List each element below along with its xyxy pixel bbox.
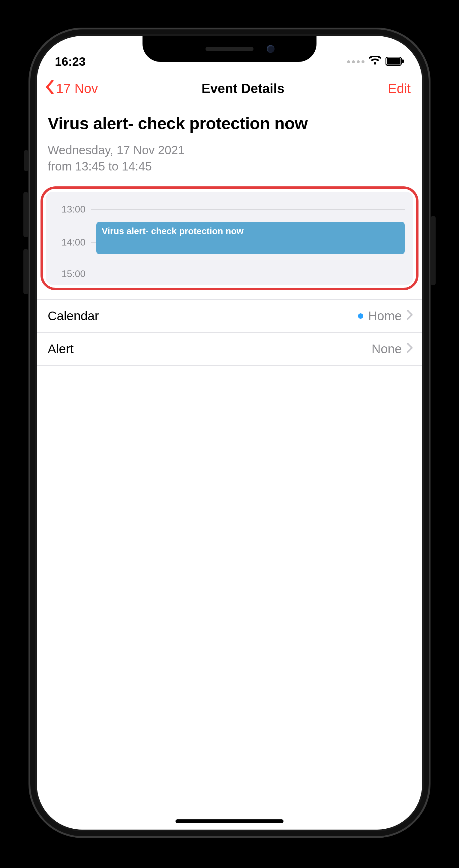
phone-frame: 16:23 17: [29, 28, 430, 838]
home-indicator[interactable]: [175, 819, 284, 823]
mute-switch[interactable]: [24, 150, 28, 171]
alert-row-label: Alert: [48, 342, 73, 356]
timeline-card: 13:00 14:00 15:00 Virus alert- chec: [46, 192, 413, 285]
battery-icon: [386, 55, 404, 68]
details-list: Calendar Home Alert None: [37, 299, 422, 366]
calendar-row[interactable]: Calendar Home: [37, 299, 422, 333]
speaker-grille: [205, 47, 254, 51]
calendar-row-value: Home: [368, 309, 402, 323]
calendar-row-label: Calendar: [48, 309, 99, 323]
hour-line: [91, 209, 405, 210]
time-label-1300: 13:00: [46, 204, 91, 215]
page-title: Event Details: [202, 81, 285, 96]
alert-row[interactable]: Alert None: [37, 333, 422, 366]
chevron-right-icon: [406, 342, 413, 356]
time-label-1500: 15:00: [46, 268, 91, 279]
volume-up-button[interactable]: [23, 192, 28, 237]
svg-rect-2: [402, 59, 404, 63]
hour-line: [91, 274, 405, 274]
wifi-icon: [369, 55, 381, 68]
event-date-line: Wednesday, 17 Nov 2021: [48, 142, 411, 158]
event-block[interactable]: Virus alert- check protection now: [96, 222, 405, 254]
status-time: 16:23: [55, 55, 86, 68]
signal-dots-icon: [347, 60, 364, 63]
chevron-left-icon: [45, 80, 54, 97]
power-button[interactable]: [431, 216, 436, 285]
calendar-color-dot-icon: [358, 313, 363, 319]
event-time-line: from 13:45 to 14:45: [48, 158, 411, 175]
time-label-1400: 14:00: [46, 237, 91, 248]
front-camera: [267, 45, 274, 53]
nav-bar: 17 Nov Event Details Edit: [37, 72, 422, 105]
volume-down-button[interactable]: [23, 249, 28, 294]
back-label: 17 Nov: [56, 81, 98, 96]
svg-rect-1: [387, 58, 400, 65]
notch: [142, 36, 317, 62]
screen: 16:23 17: [37, 36, 422, 830]
chevron-right-icon: [406, 309, 413, 323]
alert-row-value: None: [372, 342, 402, 356]
edit-button[interactable]: Edit: [388, 81, 414, 96]
event-block-label: Virus alert- check protection now: [102, 226, 243, 236]
event-title: Virus alert- check protection now: [37, 114, 422, 133]
back-button[interactable]: 17 Nov: [45, 80, 98, 97]
timeline-highlight-box: 13:00 14:00 15:00 Virus alert- chec: [40, 186, 419, 290]
